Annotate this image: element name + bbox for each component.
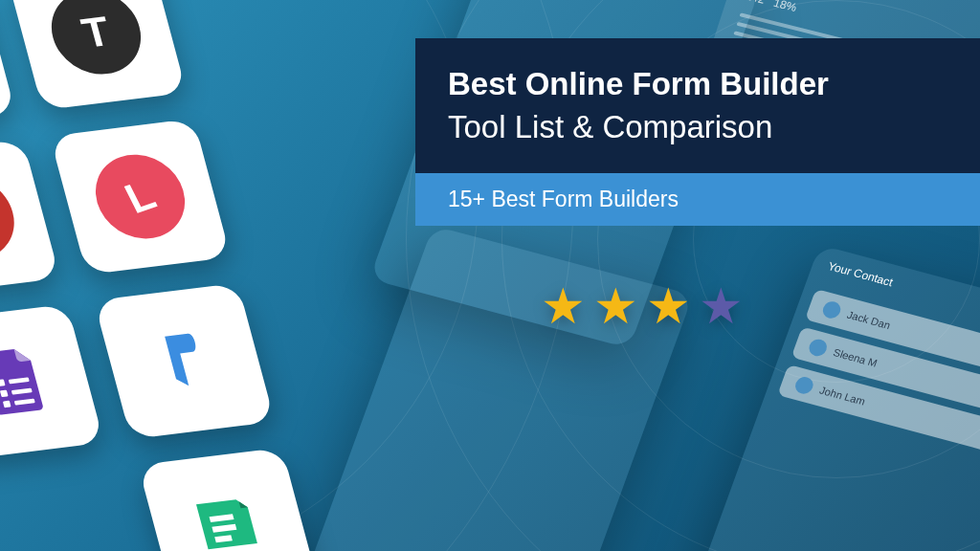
star-icon: ★: [593, 277, 638, 335]
hero-header: Best Online Form Builder Tool List & Com…: [415, 38, 980, 226]
page-title: Best Online Form Builder Tool List & Com…: [448, 63, 947, 148]
star-icon: ★: [646, 277, 691, 335]
gforms-tile: [0, 304, 104, 460]
t-tile: T: [6, 0, 187, 110]
star-icon: ★: [699, 277, 744, 335]
google-forms-icon: [0, 342, 58, 422]
star-icon: ★: [541, 277, 586, 335]
hero-title-box: Best Online Form Builder Tool List & Com…: [415, 38, 980, 173]
t-icon: T: [42, 0, 151, 79]
w-icon: W: [0, 170, 24, 264]
rating-stars: ★ ★ ★ ★: [541, 277, 744, 335]
hero-subtitle-box: 15+ Best Form Builders: [415, 173, 980, 226]
l-icon: L: [80, 143, 200, 251]
page-subtitle: 15+ Best Form Builders: [448, 187, 947, 212]
formstack-icon: [181, 483, 276, 551]
gear-tile: ⚙: [0, 0, 16, 131]
paperform-icon: [142, 322, 227, 399]
w-tile: W: [0, 140, 60, 296]
